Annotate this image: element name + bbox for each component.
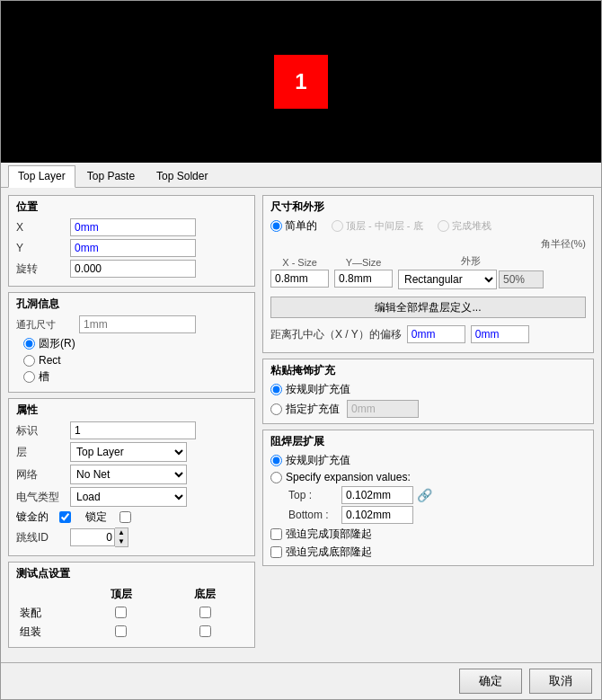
size-title: 尺寸和外形 <box>270 199 586 215</box>
bottom-bar: 确定 取消 <box>1 662 601 699</box>
lock-checkbox[interactable] <box>120 511 131 523</box>
solder-radio-specify-row: Specify expansion values: <box>270 471 586 483</box>
offset-row: 距离孔中心（X / Y）的偏移 <box>270 325 586 343</box>
paste-rule-label: 按规则扩充值 <box>286 382 350 397</box>
radio-rect-row: Rect <box>16 354 247 367</box>
radio-complete-label[interactable]: 完成堆栈 <box>438 219 491 233</box>
tab-top-layer[interactable]: Top Layer <box>8 165 75 188</box>
radio-slot[interactable] <box>23 371 35 383</box>
radio-rect[interactable] <box>23 355 35 367</box>
id-input[interactable] <box>70 421 196 439</box>
lock-label: 锁定 <box>85 509 112 525</box>
assemble-row: 装配 <box>16 604 247 623</box>
properties-title: 属性 <box>16 403 247 418</box>
offset-x-input[interactable] <box>407 325 465 343</box>
solder-radio-rule[interactable] <box>270 455 282 466</box>
radio-complete[interactable] <box>438 220 449 232</box>
y-input[interactable] <box>70 239 196 257</box>
x-input[interactable] <box>70 218 196 236</box>
offset-y-input[interactable] <box>471 325 529 343</box>
stepper-buttons: ▲ ▼ <box>115 527 128 547</box>
component-label: 组装 <box>16 623 79 642</box>
bottom-expansion-input[interactable] <box>341 506 413 524</box>
radio-round[interactable] <box>23 338 35 350</box>
bottom-expansion-label: Bottom : <box>288 509 338 521</box>
x-size-input[interactable] <box>270 270 329 288</box>
preview-area: 1 <box>1 1 601 163</box>
component-top-checkbox[interactable] <box>115 625 127 637</box>
layer-dropdown[interactable]: Top Layer Bottom Layer <box>70 442 187 462</box>
solder-radio-specify[interactable] <box>270 472 282 483</box>
tab-top-solder[interactable]: Top Solder <box>146 165 217 187</box>
radio-round-label: 圆形(R) <box>39 336 75 351</box>
solder-rule-label: 按规则扩充值 <box>286 453 350 468</box>
hole-size-input[interactable] <box>79 315 196 333</box>
assemble-bottom-checkbox[interactable] <box>199 607 211 618</box>
jump-id-row: 跳线ID ▲ ▼ <box>16 527 247 547</box>
position-section: 位置 X Y 旋转 <box>8 195 255 287</box>
solder-mask-section: 阻焊层扩展 按规则扩充值 Specify expansion values: T… <box>262 430 594 566</box>
size-section: 尺寸和外形 简单的 顶层 - 中间层 - 底 完成堆栈 <box>262 195 594 353</box>
id-row: 标识 <box>16 421 247 439</box>
properties-section: 属性 标识 层 Top Layer Bottom Layer 网络 No Net <box>8 398 255 556</box>
net-label: 网络 <box>16 467 70 483</box>
radio-simple-label[interactable]: 简单的 <box>270 218 317 234</box>
radio-slot-row: 槽 <box>16 369 247 385</box>
rotation-input[interactable] <box>70 260 196 278</box>
force-bottom-checkbox[interactable] <box>270 546 282 558</box>
assemble-top-checkbox[interactable] <box>115 607 127 618</box>
shape-dropdown[interactable]: Rectangular Round Oval <box>398 270 497 289</box>
content-area: 位置 X Y 旋转 孔洞信息 通孔尺寸 <box>1 188 601 662</box>
ok-button[interactable]: 确定 <box>459 669 522 694</box>
hole-title: 孔洞信息 <box>16 297 247 312</box>
paste-radio-specify[interactable] <box>270 403 282 415</box>
edit-layers-btn[interactable]: 编辑全部焊盘层定义... <box>270 297 586 318</box>
corner-label: 角半径(%) <box>541 237 586 251</box>
chain-icon: 🔗 <box>417 488 432 502</box>
force-top-label: 强迫完成顶部隆起 <box>286 527 372 542</box>
radio-round-row: 圆形(R) <box>16 336 247 351</box>
net-row: 网络 No Net <box>16 465 247 484</box>
cancel-button[interactable]: 取消 <box>529 669 592 694</box>
stepper-up[interactable]: ▲ <box>115 528 128 537</box>
test-point-title: 测试点设置 <box>16 566 247 581</box>
y-label: Y <box>16 242 70 254</box>
elec-dropdown[interactable]: Load Source SMD <box>70 487 187 507</box>
radio-simple[interactable] <box>270 220 282 232</box>
y-size-input[interactable] <box>334 270 393 288</box>
percent-input[interactable] <box>499 270 544 288</box>
y-row: Y <box>16 239 247 257</box>
paste-specify-label: 指定扩充值 <box>286 402 340 417</box>
offset-label: 距离孔中心（X / Y）的偏移 <box>270 327 402 342</box>
preview-pad: 1 <box>274 55 328 109</box>
force-top-checkbox[interactable] <box>270 528 282 540</box>
right-panel: 尺寸和外形 简单的 顶层 - 中间层 - 底 完成堆栈 <box>262 195 594 655</box>
solder-expansion-values: Top : 🔗 Bottom : <box>288 486 586 524</box>
id-label: 标识 <box>16 423 70 439</box>
net-dropdown[interactable]: No Net <box>70 465 187 484</box>
col-bottom: 底层 <box>164 585 248 604</box>
layer-label: 层 <box>16 445 70 460</box>
stepper-down[interactable]: ▼ <box>115 537 128 546</box>
top-expansion-row: Top : 🔗 <box>288 486 586 504</box>
force-bottom-label: 强迫完成底部隆起 <box>286 545 372 560</box>
top-expansion-input[interactable] <box>341 486 413 504</box>
radio-stack-label[interactable]: 顶层 - 中间层 - 底 <box>332 219 423 233</box>
force-bottom-row: 强迫完成底部隆起 <box>270 545 586 560</box>
jump-id-input[interactable] <box>70 528 115 546</box>
radio-stack[interactable] <box>332 220 343 232</box>
rotation-label: 旋转 <box>16 261 70 277</box>
paste-mask-section: 粘贴掩饰扩充 按规则扩充值 指定扩充值 <box>262 359 594 424</box>
position-title: 位置 <box>16 199 247 215</box>
tab-top-paste[interactable]: Top Paste <box>77 165 145 187</box>
elec-row: 电气类型 Load Source SMD <box>16 487 247 507</box>
tab-bar: Top Layer Top Paste Top Solder <box>1 163 601 188</box>
corner-label-row: 角半径(%) <box>270 237 586 251</box>
size-grid: X - Size Y—Size 外形 Rectangular Round <box>270 254 586 289</box>
plated-checkbox[interactable] <box>59 511 71 523</box>
paste-specify-input[interactable] <box>347 400 419 418</box>
plated-label: 镀金的 <box>16 509 52 525</box>
paste-radio-rule[interactable] <box>270 384 282 395</box>
component-bottom-checkbox[interactable] <box>199 625 211 637</box>
rotation-row: 旋转 <box>16 260 247 278</box>
